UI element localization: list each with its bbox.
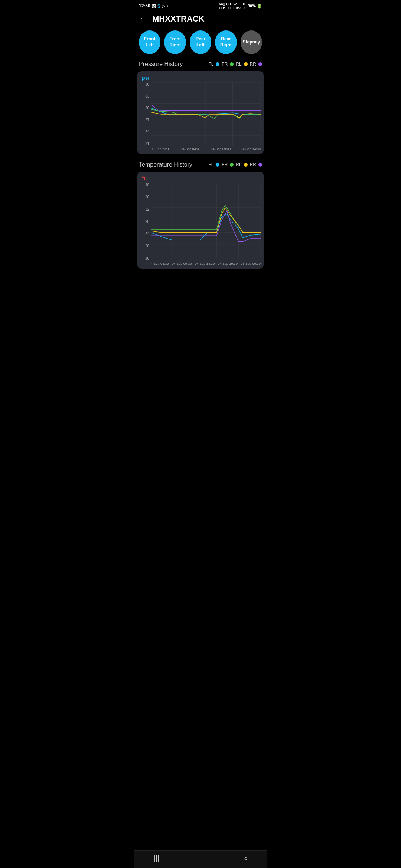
battery-label: 80%: [248, 4, 256, 8]
fl-label: FL: [208, 62, 213, 67]
status-bar: 12:50 🖼 S ▷ • Vo)) LTELTE1 ↑↓ Vo)) LTELT…: [134, 0, 267, 11]
btn-rear-left[interactable]: RearLeft: [190, 30, 211, 54]
status-right: Vo)) LTELTE1 ↑↓ Vo)) LTELTE2 ↓↑ 80% 🔋: [219, 2, 262, 10]
temperature-chart-container: °C 40 36 32 28 24 20 16: [137, 172, 264, 269]
pressure-title: Pressure History: [139, 61, 183, 68]
back-button[interactable]: ←: [139, 14, 147, 24]
btn-front-left[interactable]: FrontLeft: [139, 30, 160, 54]
t-fl-dot: [216, 163, 219, 167]
temperature-section-header: Temperature History FL FR RL RR: [134, 160, 267, 170]
t-rr-label: RR: [250, 162, 256, 167]
s-icon: S: [157, 3, 161, 9]
pressure-unit: psi: [140, 75, 261, 81]
tire-selector: FrontLeft FrontRight RearLeft RearRight …: [134, 27, 267, 59]
temperature-unit: °C: [140, 175, 261, 181]
t-rr-dot: [258, 163, 262, 167]
temperature-legend: FL FR RL RR: [208, 162, 262, 167]
pressure-legend: FL FR RL RR: [208, 62, 262, 67]
page-title: MHXXTRACK: [152, 14, 205, 24]
t-fl-label: FL: [208, 162, 213, 167]
rl-label: RL: [236, 62, 241, 67]
t-rl-dot: [244, 163, 248, 167]
rr-label: RR: [250, 62, 256, 67]
battery-icon: 🔋: [257, 4, 262, 9]
pressure-x-axis: 03 Sep 23:30 04 Sep 04:30 04 Sep 09:30 0…: [151, 146, 261, 151]
t-fr-dot: [230, 163, 234, 167]
fr-label: FR: [222, 62, 228, 67]
btn-rear-right[interactable]: RearRight: [215, 30, 237, 54]
pressure-section-header: Pressure History FL FR RL RR: [134, 59, 267, 70]
fr-dot: [230, 62, 234, 66]
temperature-chart-area: 4 Sep 04:30 04 Sep 09:30 04 Sep 14:30 04…: [151, 183, 261, 266]
signal2-label: Vo)) LTELTE2 ↓↑: [233, 2, 247, 10]
pressure-y-axis: 36 33 30 27 24 21: [140, 82, 149, 151]
status-time: 12:50 🖼 S ▷ •: [139, 3, 168, 9]
temperature-svg: [151, 183, 261, 261]
pressure-svg: [151, 82, 261, 146]
pressure-chart-container: psi 36 33 30 27 24 21: [137, 71, 264, 154]
fl-dot: [216, 62, 219, 66]
t-rl-label: RL: [236, 162, 241, 167]
temperature-title: Temperature History: [139, 161, 192, 168]
temperature-y-axis: 40 36 32 28 24 20 16: [140, 183, 149, 266]
dot-icon: •: [166, 3, 168, 9]
t-fr-label: FR: [222, 162, 228, 167]
btn-front-right[interactable]: FrontRight: [164, 30, 186, 54]
signal1-label: Vo)) LTELTE1 ↑↓: [219, 2, 232, 10]
rl-dot: [244, 62, 248, 66]
rr-dot: [258, 62, 262, 66]
play-icon: ▷: [162, 4, 165, 9]
pressure-chart-area: 03 Sep 23:30 04 Sep 04:30 04 Sep 09:30 0…: [151, 82, 261, 151]
time-label: 12:50: [139, 3, 150, 9]
temperature-x-axis: 4 Sep 04:30 04 Sep 09:30 04 Sep 14:30 04…: [151, 261, 261, 266]
app-header: ← MHXXTRACK: [134, 11, 267, 27]
btn-stepney[interactable]: Stepney: [241, 30, 262, 54]
photo-icon: 🖼: [152, 4, 156, 8]
